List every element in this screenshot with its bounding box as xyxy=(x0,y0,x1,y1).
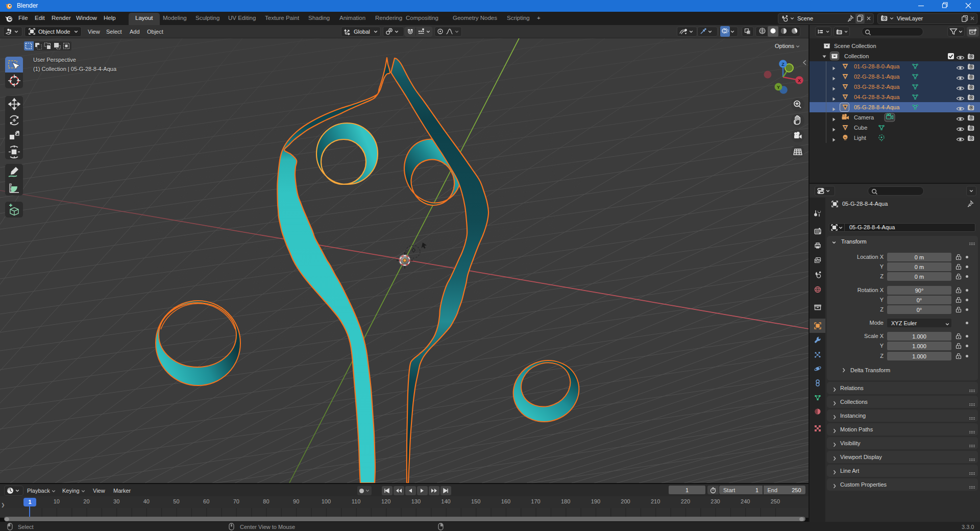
svg-text:Y: Y xyxy=(777,85,780,90)
svg-text:Z: Z xyxy=(781,62,785,67)
svg-text:X: X xyxy=(798,78,801,83)
